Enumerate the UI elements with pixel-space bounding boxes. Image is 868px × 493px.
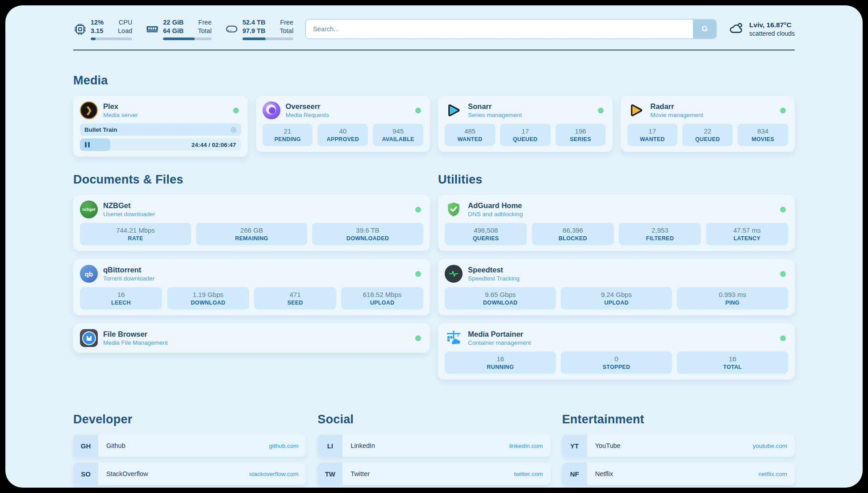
link-tile-linkedin[interactable]: LI LinkedIn linkedin.com	[317, 435, 550, 457]
app-card-plex[interactable]: ❯ Plex Media server Bullet Train ◎ 24:44…	[73, 96, 248, 157]
section-title-media: Media	[73, 74, 795, 88]
link-name: Github	[98, 435, 269, 457]
stat-pill: 618.52 Mbps UPLOAD	[341, 287, 423, 309]
cpu-stat-body: 12% CPU 3.15 Load	[91, 18, 132, 40]
playback-progress-bar: 24:44 / 02:06:47	[80, 138, 241, 151]
status-dot	[780, 271, 786, 277]
stat-pill: 266 GB REMAINING	[196, 223, 307, 245]
weather-location-temp: Lviv, 16.87°C	[749, 21, 795, 29]
app-card-speedtest[interactable]: Speedtest Speedtest Tracking 9.65 Gbps D…	[438, 259, 795, 315]
app-title: qBittorrent	[103, 265, 410, 274]
app-subtitle: DNS and adblocking	[468, 210, 775, 218]
link-url: stackoverflow.com	[249, 463, 306, 485]
google-search-button[interactable]: G	[693, 20, 716, 38]
disk-total-label: Total	[280, 27, 293, 35]
adguard-icon	[445, 201, 463, 218]
nzbget-icon: nzbget	[80, 201, 98, 218]
stat-pill: 471 SEED	[254, 287, 336, 309]
status-dot	[780, 335, 786, 341]
radarr-icon	[627, 101, 645, 119]
link-name: Netflix	[587, 463, 759, 485]
link-name: Twitter	[342, 463, 514, 485]
stat-pill: 9.65 Gbps DOWNLOAD	[445, 287, 556, 309]
section-title-entertainment: Entertainment	[562, 413, 795, 426]
cloud-moon-icon	[729, 21, 744, 38]
app-subtitle: Speedtest Tracking	[468, 275, 775, 282]
stackoverflow-badge: SO	[73, 463, 98, 485]
ram-stat-body: 22 GiB Free 64 GiB Total	[163, 18, 212, 40]
social-column: Social LI LinkedIn linkedin.com TW Twitt…	[317, 413, 550, 488]
speedtest-icon	[445, 265, 463, 283]
search-input[interactable]	[306, 20, 693, 38]
filebrowser-icon	[80, 329, 98, 347]
now-playing-row: Bullet Train ◎	[80, 123, 241, 136]
app-title: Radarr	[651, 102, 775, 111]
linkedin-badge: LI	[317, 435, 342, 457]
status-dot	[415, 207, 421, 213]
cpu-usage-label: CPU	[118, 18, 132, 27]
stat-pill: 16 RUNNING	[445, 351, 556, 374]
qbittorrent-icon: qb	[80, 265, 98, 283]
link-name: YouTube	[587, 435, 753, 457]
app-title: Media Portainer	[468, 330, 775, 338]
link-tile-stackoverflow[interactable]: SO StackOverflow stackoverflow.com	[73, 463, 306, 485]
link-tile-youtube[interactable]: YT YouTube youtube.com	[562, 435, 795, 457]
link-tile-twitter[interactable]: TW Twitter twitter.com	[317, 463, 550, 485]
cpu-load-value: 3.15	[91, 27, 104, 35]
playback-time: 24:44 / 02:06:47	[192, 142, 236, 148]
section-title-utilities: Utilities	[438, 173, 795, 187]
ram-icon	[146, 22, 159, 36]
stat-pill: 47.57 ms LATENCY	[706, 223, 788, 245]
header-divider	[73, 50, 795, 50]
app-card-qbittorrent[interactable]: qb qBittorrent Torrent downloader 16 LEE…	[73, 259, 430, 315]
status-dot	[780, 207, 786, 213]
status-dot	[415, 271, 421, 277]
app-subtitle: Container management	[468, 339, 775, 347]
disk-free-label: Free	[280, 18, 293, 27]
stat-pill: 834 MOVIES	[738, 124, 788, 146]
stat-pill: 945 AVAILABLE	[373, 124, 423, 146]
netflix-badge: NF	[562, 463, 587, 485]
plex-icon: ❯	[80, 101, 98, 119]
disk-free-value: 52.4 TB	[242, 18, 266, 27]
ram-stat: 22 GiB Free 64 GiB Total	[146, 18, 212, 40]
link-name: LinkedIn	[342, 435, 509, 457]
app-title: AdGuard Home	[468, 201, 775, 210]
documents-column: Documents & Files nzbget NZBGet Usenet d…	[73, 173, 430, 361]
section-title-documents: Documents & Files	[73, 173, 430, 187]
app-card-sonarr[interactable]: Sonarr Series management 485 WANTED 17 Q…	[438, 96, 613, 152]
app-card-nzbget[interactable]: nzbget NZBGet Usenet downloader 744.21 M…	[73, 195, 430, 251]
app-card-adguard[interactable]: AdGuard Home DNS and adblocking 498,508 …	[438, 195, 795, 251]
app-title: Plex	[103, 102, 228, 111]
app-subtitle: Usenet downloader	[103, 210, 410, 218]
cpu-stat: 12% CPU 3.15 Load	[73, 18, 132, 40]
stat-pill: 86,396 BLOCKED	[532, 223, 614, 245]
stat-pill: 40 APPROVED	[317, 124, 368, 146]
link-url: linkedin.com	[509, 435, 551, 457]
app-card-portainer[interactable]: Media Portainer Container management 16 …	[438, 323, 795, 380]
app-card-overseerr[interactable]: Overseerr Media Requests 21 PENDING 40 A…	[256, 96, 430, 152]
link-url: youtube.com	[753, 435, 795, 457]
stat-pill: 16 LEECH	[80, 287, 162, 309]
status-dot	[233, 108, 239, 113]
app-title: File Browser	[103, 330, 410, 338]
app-subtitle: Media Requests	[286, 111, 410, 119]
app-card-filebrowser[interactable]: File Browser Media File Management	[73, 323, 430, 353]
app-card-radarr[interactable]: Radarr Movie management 17 WANTED 22 QUE…	[621, 96, 795, 152]
disk-progress-bar	[242, 38, 293, 40]
section-title-developer: Developer	[73, 413, 306, 426]
link-tile-github[interactable]: GH Github github.com	[73, 435, 306, 457]
app-subtitle: Series management	[468, 111, 593, 119]
twitter-badge: TW	[317, 463, 342, 485]
stat-pill: 0 STOPPED	[561, 351, 672, 374]
stat-pill: 22 QUEUED	[682, 124, 733, 146]
overseerr-icon	[263, 101, 280, 119]
now-playing-title: Bullet Train	[84, 126, 117, 133]
link-tile-netflix[interactable]: NF Netflix netflix.com	[562, 463, 795, 485]
cpu-usage-value: 12%	[91, 18, 104, 27]
status-dot	[598, 108, 604, 113]
section-title-social: Social	[317, 413, 550, 426]
link-url: github.com	[269, 435, 306, 457]
youtube-badge: YT	[562, 435, 587, 457]
portainer-icon	[445, 329, 463, 347]
